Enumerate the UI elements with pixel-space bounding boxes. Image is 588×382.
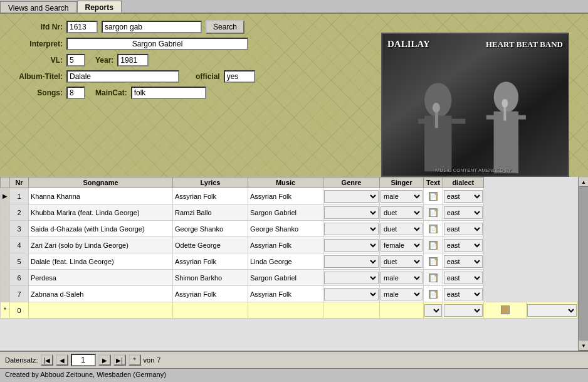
row-music[interactable]: Linda George	[248, 253, 323, 270]
row-lyrics[interactable]: Ramzi Ballo	[173, 204, 248, 221]
genre-select[interactable]	[324, 190, 379, 203]
singer-select[interactable]: malefemaleduetchoirmixed	[381, 206, 423, 219]
new-row-dialect[interactable]	[527, 302, 578, 319]
row-singer[interactable]: malefemaleduetchoirmixed	[380, 253, 424, 270]
genre-select[interactable]	[324, 255, 379, 268]
singer-select[interactable]: malefemaleduetchoirmixed	[381, 288, 423, 300]
album-title-input[interactable]	[66, 70, 179, 83]
singer-select[interactable]: malefemaleduetchoirmixed	[381, 255, 423, 268]
row-singer[interactable]: malefemaleduetchoirmixed	[380, 286, 424, 302]
dialect-select[interactable]: eastwestturoyo	[444, 255, 483, 268]
scroll-up-btn[interactable]: ▲	[579, 177, 588, 187]
row-songname[interactable]: Saida d-Ghazala (with Linda George)	[29, 221, 173, 237]
maincat-input[interactable]	[131, 87, 206, 99]
row-text[interactable]: 📄	[424, 221, 443, 237]
row-text[interactable]: 📄	[424, 237, 443, 253]
row-genre[interactable]	[323, 237, 380, 253]
tab-views-search[interactable]: Views and Search	[0, 1, 77, 13]
row-songname[interactable]: Dalale (feat. Linda George)	[29, 253, 173, 270]
row-dialect[interactable]: eastwestturoyo	[443, 188, 483, 204]
dialect-select[interactable]: eastwestturoyo	[444, 206, 483, 219]
row-lyrics[interactable]: Odette George	[173, 237, 248, 253]
row-dialect[interactable]: eastwestturoyo	[443, 237, 483, 253]
row-dialect[interactable]: eastwestturoyo	[443, 204, 483, 221]
row-genre[interactable]	[323, 221, 380, 237]
row-songname[interactable]: Khubba Marira (feat. Linda George)	[29, 204, 173, 221]
genre-select[interactable]	[324, 272, 379, 284]
row-singer[interactable]: malefemaleduetchoirmixed	[380, 204, 424, 221]
search-input[interactable]	[102, 21, 202, 33]
row-lyrics[interactable]: Shimon Barkho	[173, 270, 248, 286]
nav-page-input[interactable]	[71, 354, 96, 366]
row-genre[interactable]	[323, 286, 380, 302]
new-row-cell[interactable]	[29, 302, 173, 319]
nav-prev-btn[interactable]: ◀	[56, 354, 68, 366]
row-singer[interactable]: malefemaleduetchoirmixed	[380, 270, 424, 286]
singer-select[interactable]: malefemaleduetchoirmixed	[381, 223, 423, 235]
row-dialect[interactable]: eastwestturoyo	[443, 221, 483, 237]
row-lyrics[interactable]: Assyrian Folk	[173, 286, 248, 302]
row-text[interactable]: 📄	[424, 270, 443, 286]
new-dialect-select[interactable]	[527, 304, 577, 317]
row-singer[interactable]: malefemaleduetchoirmixed	[380, 237, 424, 253]
row-music[interactable]: George Shanko	[248, 221, 323, 237]
row-music[interactable]: Sargon Gabriel	[248, 270, 323, 286]
dialect-select[interactable]: eastwestturoyo	[444, 288, 483, 300]
new-row-genre[interactable]	[424, 302, 443, 319]
row-music[interactable]: Assyrian Folk	[248, 188, 323, 204]
row-genre[interactable]	[323, 188, 380, 204]
genre-select[interactable]	[324, 288, 379, 300]
tab-reports[interactable]: Reports	[77, 1, 122, 13]
singer-select[interactable]: malefemaleduetchoirmixed	[381, 272, 423, 284]
nav-new-btn[interactable]: *	[129, 354, 141, 366]
dialect-select[interactable]: eastwestturoyo	[444, 223, 483, 235]
new-singer-select[interactable]	[444, 304, 483, 317]
row-lyrics[interactable]: Assyrian Folk	[173, 253, 248, 270]
genre-select[interactable]	[324, 223, 379, 235]
interpret-input[interactable]	[66, 38, 248, 50]
row-songname[interactable]: Zari Zari (solo by Linda George)	[29, 237, 173, 253]
row-genre[interactable]	[323, 270, 380, 286]
dialect-select[interactable]: eastwestturoyo	[444, 272, 483, 284]
vertical-scrollbar[interactable]: ▲ ▼	[578, 177, 588, 351]
scroll-down-btn[interactable]: ▼	[579, 341, 588, 351]
new-row-singer[interactable]	[443, 302, 483, 319]
row-dialect[interactable]: eastwestturoyo	[443, 270, 483, 286]
genre-select[interactable]	[324, 239, 379, 252]
row-songname[interactable]: Perdesa	[29, 270, 173, 286]
new-row-cell[interactable]	[248, 302, 323, 319]
dialect-select[interactable]: eastwestturoyo	[444, 190, 483, 203]
row-songname[interactable]: Zabnana d-Saleh	[29, 286, 173, 302]
nav-next-btn[interactable]: ▶	[98, 354, 111, 366]
new-row-cell[interactable]	[323, 302, 380, 319]
row-text[interactable]: 📄	[424, 188, 443, 204]
row-dialect[interactable]: eastwestturoyo	[443, 253, 483, 270]
vl-input[interactable]	[66, 54, 85, 66]
new-genre-select[interactable]	[424, 304, 442, 317]
genre-select[interactable]	[324, 206, 379, 219]
row-text[interactable]: 📄	[424, 253, 443, 270]
row-singer[interactable]: malefemaleduetchoirmixed	[380, 221, 424, 237]
dialect-select[interactable]: eastwestturoyo	[444, 239, 483, 252]
row-singer[interactable]: malefemaleduetchoirmixed	[380, 188, 424, 204]
row-music[interactable]: Sargon Gabriel	[248, 204, 323, 221]
official-input[interactable]	[224, 70, 255, 83]
row-lyrics[interactable]: George Shanko	[173, 221, 248, 237]
new-row-cell[interactable]	[380, 302, 424, 319]
row-music[interactable]: Assyrian Folk	[248, 237, 323, 253]
row-text[interactable]: 📄	[424, 286, 443, 302]
row-songname[interactable]: Khanna Khanna	[29, 188, 173, 204]
row-genre[interactable]	[323, 253, 380, 270]
row-lyrics[interactable]: Assyrian Folk	[173, 188, 248, 204]
new-row-text[interactable]	[483, 302, 527, 319]
row-genre[interactable]	[323, 204, 380, 221]
row-music[interactable]: Assyrian Folk	[248, 286, 323, 302]
search-button[interactable]: Search	[206, 20, 244, 34]
year-input[interactable]	[117, 54, 149, 66]
singer-select[interactable]: malefemaleduetchoirmixed	[381, 190, 423, 203]
singer-select[interactable]: malefemaleduetchoirmixed	[381, 239, 423, 252]
lfd-nr-input[interactable]	[66, 21, 98, 33]
songs-input[interactable]	[66, 87, 85, 99]
nav-first-btn[interactable]: |◀	[41, 354, 53, 366]
row-dialect[interactable]: eastwestturoyo	[443, 286, 483, 302]
